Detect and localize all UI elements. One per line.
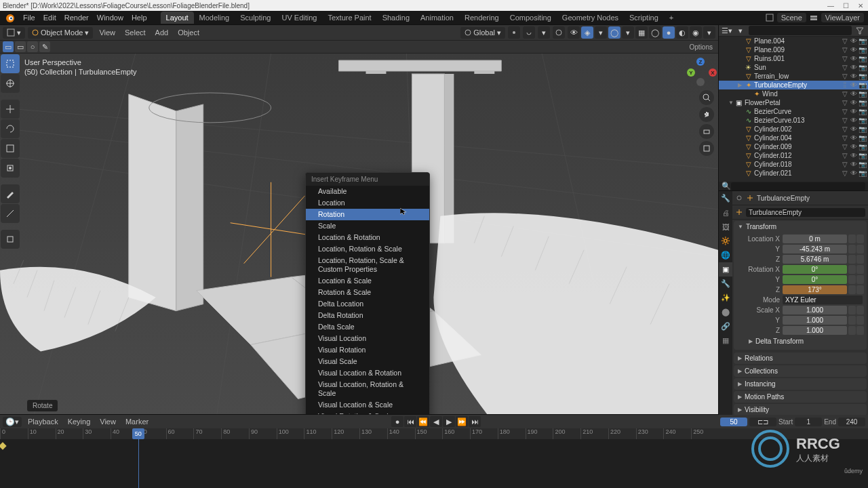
tab-modeling[interactable]: Modeling	[194, 12, 235, 24]
tl-menu-marker[interactable]: Marker	[122, 418, 152, 426]
prop-tab-physics[interactable]: ⬤	[719, 305, 732, 319]
pivot-dropdown[interactable]	[508, 26, 520, 39]
outliner-row[interactable]: ▽Cylinder.004▽👁📷	[719, 134, 868, 142]
outliner-row[interactable]: ☀Sun▽👁📷	[719, 63, 868, 72]
playhead[interactable]: 50	[132, 428, 144, 439]
kf-item-location-scale[interactable]: Location & Scale	[306, 275, 429, 287]
axis-x-icon[interactable]: X	[709, 68, 717, 77]
kf-item-location-rotation[interactable]: Location & Rotation	[306, 232, 429, 243]
play[interactable]: ▶	[443, 416, 455, 427]
render-icon[interactable]: 📷	[859, 81, 867, 89]
nav-camera-button[interactable]	[699, 124, 714, 139]
menu-window[interactable]: Window	[93, 14, 127, 22]
prop-tab-output[interactable]: 🖨	[719, 205, 732, 220]
select-mode-circle[interactable]: ○	[27, 41, 38, 52]
tool-rotate[interactable]	[1, 119, 20, 138]
tool-options[interactable]: Options	[687, 43, 715, 51]
breadcrumb-object[interactable]: TurbulanceEmpty	[757, 195, 810, 202]
tab-geometry-nodes[interactable]: Geometry Nodes	[557, 12, 624, 24]
outliner-tree[interactable]: ▽Plane.004▽👁📷▽Plane.009▽👁📷▽Ruins.001▽👁📷☀…	[719, 37, 868, 182]
kf-item-visual-location-scale[interactable]: Visual Location & Scale	[306, 399, 429, 411]
prop-tab-data[interactable]: ▦	[719, 333, 732, 348]
kf-item-visual-rotation[interactable]: Visual Rotation	[306, 344, 429, 356]
tab-texture-paint[interactable]: Texture Paint	[322, 12, 376, 24]
render-icon[interactable]: 📷	[859, 55, 867, 63]
prop-tab-viewlayer[interactable]: 🖼	[719, 220, 732, 234]
jump-next-key[interactable]: ⏩	[456, 416, 468, 427]
shading-solid[interactable]: ●	[663, 26, 675, 39]
eye-icon[interactable]: 👁	[850, 73, 858, 81]
tool-select-box[interactable]	[1, 54, 20, 73]
tool-cursor[interactable]	[1, 74, 20, 93]
axis-z-icon[interactable]: Z	[696, 58, 705, 66]
kf-item-location-rotation-scale[interactable]: Location, Rotation & Scale	[306, 243, 429, 255]
render-icon[interactable]: 📷	[859, 134, 867, 142]
eye-icon[interactable]: 👁	[850, 90, 858, 98]
shading-wireframe[interactable]: ◯	[649, 26, 661, 39]
nav-persp-button[interactable]	[699, 141, 714, 156]
kf-item-delta-location[interactable]: Delta Location	[306, 298, 429, 310]
tool-transform[interactable]	[1, 159, 20, 178]
panel-delta-transform[interactable]: ▶Delta Transform	[739, 336, 864, 347]
kf-item-visual-location-rotation-scale[interactable]: Visual Location, Rotation & Scale	[306, 379, 429, 399]
anim-loc-x[interactable]	[856, 235, 864, 243]
outliner-row[interactable]: ▽Cylinder.012▽👁📷	[719, 151, 868, 160]
eye-icon[interactable]: 👁	[850, 55, 858, 63]
snap-toggle[interactable]	[523, 26, 535, 39]
render-icon[interactable]: 📷	[859, 117, 867, 125]
vp-menu-object[interactable]: Object	[174, 28, 203, 37]
panel-collections[interactable]: ▶Collections	[734, 365, 867, 377]
field-rotation-z[interactable]: 173°	[783, 285, 847, 294]
maximize-button[interactable]: ☐	[841, 1, 850, 10]
field-scale-z[interactable]: 1.000	[783, 326, 847, 335]
lock-loc-x[interactable]	[848, 235, 856, 243]
panel-visibility[interactable]: ▶Visibility	[734, 404, 867, 415]
last-op-panel[interactable]: Rotate	[27, 400, 58, 411]
kf-item-delta-rotation[interactable]: Delta Rotation	[306, 310, 429, 321]
kf-item-visual-location-rotation[interactable]: Visual Location & Rotation	[306, 367, 429, 379]
field-rotation-y[interactable]: 0°	[783, 275, 847, 284]
field-rotation-x[interactable]: 0°	[783, 265, 847, 274]
render-icon[interactable]: 📷	[859, 64, 867, 72]
vp-menu-select[interactable]: Select	[121, 28, 149, 37]
outliner-row[interactable]: ∿BezierCurve▽👁📷	[719, 107, 868, 116]
tool-scale[interactable]	[1, 139, 20, 158]
prop-tab-object[interactable]: ▣	[719, 262, 732, 277]
tab-animation[interactable]: Animation	[415, 12, 459, 24]
eye-icon[interactable]: 👁	[850, 46, 858, 54]
kf-item-location-rotation-scale-custom-properties[interactable]: Location, Rotation, Scale & Custom Prope…	[306, 255, 429, 275]
eye-icon[interactable]: 👁	[850, 161, 858, 169]
panel-relations[interactable]: ▶Relations	[734, 352, 867, 364]
current-frame-field[interactable]: 50	[720, 418, 747, 426]
eye-icon[interactable]: 👁	[850, 125, 858, 134]
field-location-z[interactable]: 5.6746 m	[783, 255, 847, 264]
keyframe-marker[interactable]	[0, 442, 7, 449]
panel-instancing[interactable]: ▶Instancing	[734, 378, 867, 390]
menu-edit[interactable]: Edit	[39, 14, 60, 22]
eye-icon[interactable]: 👁	[850, 152, 858, 160]
tab-add[interactable]: +	[664, 12, 679, 24]
eye-icon[interactable]: 👁	[850, 134, 858, 142]
tab-scripting[interactable]: Scripting	[624, 12, 664, 24]
prop-tab-constraints[interactable]: 🔗	[719, 319, 732, 333]
outliner-row[interactable]: ▽Cylinder.018▽👁📷	[719, 160, 868, 169]
outliner-row[interactable]: ▽Cylinder.002▽👁📷	[719, 125, 868, 134]
timeline-body[interactable]	[0, 439, 868, 488]
tab-compositing[interactable]: Compositing	[505, 12, 557, 24]
eye-icon[interactable]: 👁	[850, 64, 858, 72]
pin-icon[interactable]	[735, 194, 743, 202]
start-frame-field[interactable]: 1	[795, 418, 822, 426]
vp-menu-view[interactable]: View	[96, 28, 119, 37]
eye-icon[interactable]: 👁	[850, 81, 858, 89]
prop-tab-particles[interactable]: ✨	[719, 291, 732, 305]
nav-zoom-button[interactable]	[699, 90, 714, 105]
eye-icon[interactable]: 👁	[850, 99, 858, 107]
nav-gizmo[interactable]: X Y Z	[684, 56, 714, 86]
tool-annotate[interactable]	[1, 184, 20, 203]
axis-neg-z-icon[interactable]	[696, 78, 705, 86]
overlay-dropdown[interactable]: ▾	[622, 26, 634, 39]
render-icon[interactable]: 📷	[859, 46, 867, 54]
menu-help[interactable]: Help	[127, 14, 151, 22]
outliner-editor-dropdown[interactable]: ☰▾	[722, 25, 732, 36]
select-mode-box[interactable]: ▭	[15, 41, 26, 52]
